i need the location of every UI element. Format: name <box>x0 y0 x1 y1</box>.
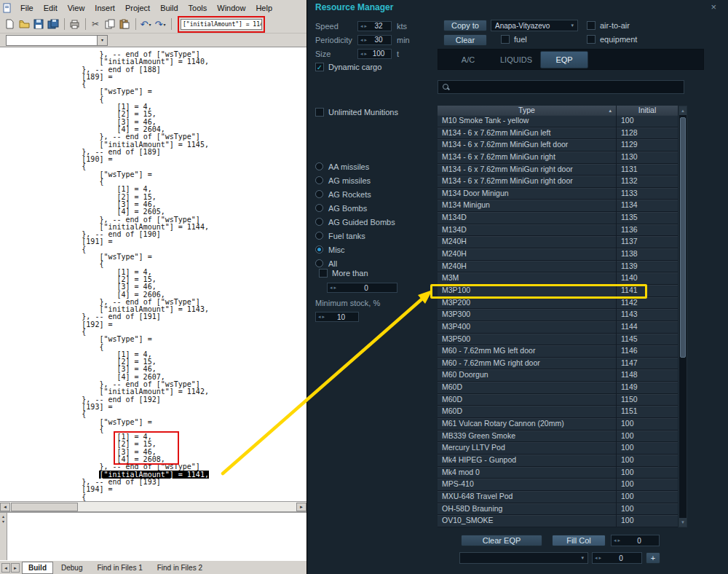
filter-radio-misc[interactable]: Misc <box>315 243 395 256</box>
fuel-checkbox[interactable]: fuel <box>501 35 527 44</box>
unlimited-munitions-checkbox[interactable]: Unlimited Munitions <box>315 108 398 117</box>
table-row[interactable]: M10 Smoke Tank - yellow100 <box>438 115 678 127</box>
minimum-stock-stepper[interactable]: ◂ ▸ 10 <box>315 312 359 322</box>
function-list-combo[interactable]: ▾ <box>6 35 108 46</box>
bottom-stepper[interactable]: ◂ ▸ 0 <box>592 552 642 564</box>
tab-liquids[interactable]: LIQUIDS <box>492 51 540 68</box>
table-row[interactable]: M3P3001143 <box>438 309 678 321</box>
table-row[interactable]: M60D1151 <box>438 406 678 418</box>
table-row[interactable]: M61 Vulcan Rotary Cannon (20mm)100 <box>438 418 678 430</box>
paste-icon[interactable] <box>118 17 131 31</box>
table-row[interactable]: OV10_SMOKE100 <box>438 515 678 527</box>
search-input[interactable]: ["initialAmount"] = 1141 <box>181 19 262 30</box>
splitter-down-icon[interactable]: ▾ <box>0 519 7 524</box>
table-row[interactable]: M134 - 6 x 7.62mm MiniGun right1130 <box>438 152 678 164</box>
cut-icon[interactable]: ✂ <box>89 17 102 31</box>
redo-icon[interactable]: ↷▾ <box>154 17 167 31</box>
stepper-arrows-icon[interactable]: ◂ ▸ <box>358 37 369 43</box>
table-row[interactable]: M134 Door Minigun1133 <box>438 188 678 200</box>
output-pane-splitter[interactable]: ▴ ▾ <box>0 513 7 560</box>
menu-item-insert[interactable]: Insert <box>90 2 120 14</box>
menu-item-project[interactable]: Project <box>120 2 155 14</box>
table-row[interactable]: M134 - 6 x 7.62mm MiniGun right door1132 <box>438 176 678 188</box>
table-row[interactable]: M134 - 6 x 7.62mm MiniGun left1128 <box>438 127 678 140</box>
more-than-checkbox[interactable]: More than <box>319 269 368 278</box>
table-row[interactable]: M60D1150 <box>438 394 678 406</box>
menu-item-file[interactable]: File <box>15 2 39 14</box>
bottom-tab-build[interactable]: Build <box>22 562 53 574</box>
checkbox-icon[interactable] <box>319 269 328 278</box>
save-icon[interactable] <box>32 17 45 31</box>
clear-button[interactable]: Clear <box>443 34 487 46</box>
new-file-icon[interactable] <box>3 17 16 31</box>
size-stepper[interactable]: ◂ ▸ 100 <box>357 49 392 59</box>
clear-eqp-button[interactable]: Clear EQP <box>461 535 542 546</box>
table-row[interactable]: M134 Minigun1134 <box>438 200 678 212</box>
checkbox-icon[interactable] <box>587 21 596 30</box>
bottom-dropdown[interactable]: ▾ <box>459 552 588 564</box>
table-row[interactable]: M134 - 6 x 7.62mm MiniGun right door1131 <box>438 164 678 176</box>
stepper-arrows-icon[interactable]: ◂ ▸ <box>593 555 604 561</box>
editor-horizontal-scrollbar[interactable]: ◄ ► <box>0 501 306 511</box>
checkbox-checked-icon[interactable]: ✓ <box>315 63 324 71</box>
stepper-arrows-icon[interactable]: ◂ ▸ <box>358 23 369 29</box>
table-row[interactable]: M134D1135 <box>438 212 678 224</box>
table-row[interactable]: MPS-410100 <box>438 479 678 491</box>
table-row[interactable]: M240H1138 <box>438 248 678 261</box>
table-row[interactable]: M3P4001144 <box>438 321 678 334</box>
table-row[interactable]: Mk4 mod 0100 <box>438 467 678 479</box>
table-row[interactable]: OH-58D Brauning100 <box>438 503 678 516</box>
fill-col-button[interactable]: Fill Col <box>552 535 606 546</box>
bottom-tab-find-in-files-1[interactable]: Find in Files 1 <box>90 562 149 574</box>
save-all-icon[interactable] <box>47 17 60 31</box>
table-row[interactable]: MB339 Green Smoke100 <box>438 430 678 443</box>
copy-icon[interactable] <box>103 17 116 31</box>
equipment-checkbox[interactable]: equipment <box>587 35 637 44</box>
table-row[interactable]: M60 - 7.62mm MG right door1147 <box>438 358 678 370</box>
scrollbar-thumb[interactable] <box>680 117 686 358</box>
airport-dropdown[interactable]: Anapa-Vityazevo ▾ <box>491 20 578 31</box>
tab-a-c[interactable]: A/C <box>444 51 492 68</box>
more-than-stepper[interactable]: ◂ ▸ 0 <box>327 283 397 293</box>
menu-item-help[interactable]: Help <box>250 2 277 14</box>
menu-item-tools[interactable]: Tools <box>183 2 213 14</box>
table-row[interactable]: Mk4 HIPEG - Gunpod100 <box>438 455 678 467</box>
tab-scroll-right-icon[interactable]: ► <box>11 563 20 573</box>
filter-radio-fuel-tanks[interactable]: Fuel tanks <box>315 229 395 243</box>
table-row[interactable]: Mercury LLTV Pod100 <box>438 442 678 455</box>
scroll-right-icon[interactable]: ► <box>296 503 306 511</box>
table-row[interactable]: M60 - 7.62mm MG left door1146 <box>438 345 678 358</box>
copy-to-button[interactable]: Copy to <box>443 20 487 31</box>
undo-dropdown-caret[interactable]: ▾ <box>149 22 151 27</box>
splitter-up-icon[interactable]: ▴ <box>0 514 7 519</box>
table-row[interactable]: M3M1140 <box>438 272 678 285</box>
table-row[interactable]: M134D1136 <box>438 224 678 237</box>
tab-eqp[interactable]: EQP <box>540 51 588 68</box>
scroll-down-icon[interactable]: ▼ <box>679 518 687 527</box>
periodicity-stepper[interactable]: ◂ ▸ 30 <box>357 35 392 45</box>
menu-item-build[interactable]: Build <box>155 2 183 14</box>
bottom-tab-debug[interactable]: Debug <box>55 562 89 574</box>
air-to-air-checkbox[interactable]: air-to-air <box>587 21 630 30</box>
table-header[interactable]: Type ▴ Initial <box>438 106 678 115</box>
menu-item-window[interactable]: Window <box>212 2 250 14</box>
list-search-input[interactable] <box>438 80 684 94</box>
fill-col-stepper[interactable]: ◂ ▸ 0 <box>611 535 660 546</box>
speed-stepper[interactable]: ◂ ▸ 32 <box>357 21 392 31</box>
filter-radio-ag-rockets[interactable]: AG Rockets <box>315 187 395 201</box>
dynamic-cargo-checkbox[interactable]: ✓ Dynamic cargo <box>315 63 381 71</box>
table-vertical-scrollbar[interactable]: ▲ ▼ <box>678 106 687 527</box>
checkbox-icon[interactable] <box>315 108 324 117</box>
checkbox-icon[interactable] <box>587 35 596 44</box>
scroll-left-icon[interactable]: ◄ <box>0 503 10 511</box>
open-folder-icon[interactable] <box>17 17 31 31</box>
scroll-up-icon[interactable]: ▲ <box>679 106 687 115</box>
close-icon[interactable]: × <box>711 1 716 12</box>
stepper-arrows-icon[interactable]: ◂ ▸ <box>612 538 622 543</box>
stepper-arrows-icon[interactable]: ◂ ▸ <box>328 285 339 291</box>
table-row[interactable]: M240H1137 <box>438 236 678 248</box>
table-row[interactable]: M3P1001141 <box>438 285 678 297</box>
scrollbar-thumb[interactable] <box>11 503 78 511</box>
table-row[interactable]: M240H1139 <box>438 261 678 273</box>
tab-scroll-left-icon[interactable]: ◄ <box>1 563 10 573</box>
